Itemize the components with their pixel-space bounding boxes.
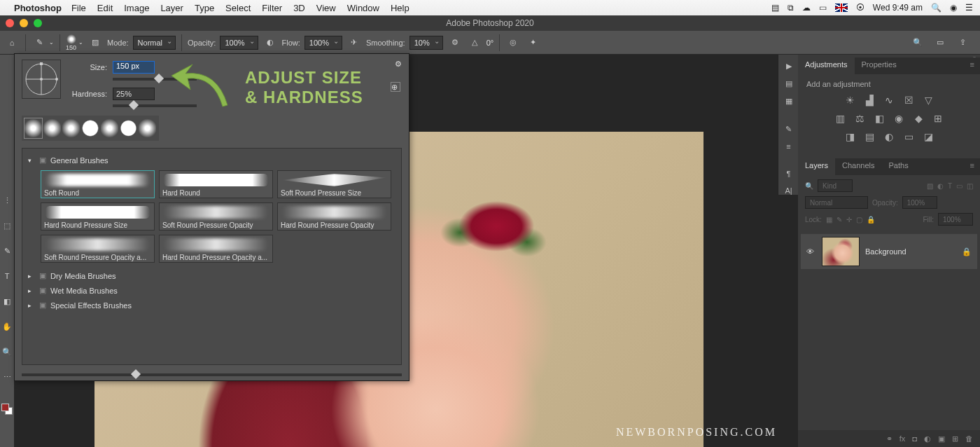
brush-tool-icon[interactable]: ✎ (31, 35, 47, 50)
hardness-slider[interactable] (113, 104, 197, 107)
filter-adjustment-icon[interactable]: ◐ (937, 182, 944, 190)
curves-icon[interactable]: ∿ (883, 94, 895, 106)
photo-filter-icon[interactable]: ◉ (892, 112, 905, 125)
filter-type-icon[interactable]: T (948, 182, 952, 190)
menu-layer[interactable]: Layer (160, 3, 183, 13)
lock-artboard-icon[interactable]: ▢ (856, 216, 862, 224)
link-layers-icon[interactable]: ⚭ (886, 434, 892, 443)
recent-brush[interactable] (81, 118, 99, 138)
menu-view[interactable]: View (316, 3, 336, 13)
brush-item[interactable]: Soft Round Pressure Opacity a... (41, 235, 155, 263)
folder-sfx[interactable]: ▸▣Special Effects Brushes (27, 298, 397, 312)
tool-icon[interactable]: ✎ (1, 245, 13, 256)
brightness-icon[interactable]: ☀ (844, 94, 856, 106)
minimize-window-button[interactable] (20, 19, 28, 27)
menu-icon[interactable]: ☰ (965, 3, 973, 13)
brush-panel-toggle-icon[interactable]: ▨ (88, 35, 103, 50)
recent-brush[interactable] (120, 118, 137, 138)
filter-smart-icon[interactable]: ◫ (967, 182, 973, 190)
size-input[interactable]: 150 px (113, 61, 155, 74)
pressure-size-icon[interactable]: ◎ (505, 35, 521, 50)
recent-brush[interactable] (43, 118, 61, 138)
threshold-icon[interactable]: ◐ (883, 130, 895, 143)
lock-image-icon[interactable]: ✎ (836, 216, 842, 224)
paragraph-icon[interactable]: ¶ (783, 170, 795, 178)
menu-3d[interactable]: 3D (293, 3, 305, 13)
size-slider[interactable] (113, 78, 197, 81)
brush-chevron-icon[interactable]: ⌄ (78, 39, 83, 46)
new-group-icon[interactable]: ▣ (938, 434, 945, 443)
menu-window[interactable]: Window (347, 3, 379, 13)
folder-dry[interactable]: ▸▣Dry Media Brushes (27, 268, 397, 283)
brush-item[interactable]: Soft Round Pressure Opacity (159, 202, 273, 231)
panel-menu-icon[interactable]: ≡ (965, 158, 980, 175)
airbrush-icon[interactable]: ✈ (346, 35, 362, 50)
tab-properties[interactable]: Properties (855, 57, 904, 74)
menu-edit[interactable]: Edit (97, 3, 113, 13)
layer-style-icon[interactable]: fx (899, 434, 906, 443)
maximize-window-button[interactable] (34, 19, 42, 27)
layer-opacity-input[interactable]: 100% (902, 196, 937, 209)
histogram-icon[interactable]: ▤ (783, 79, 795, 88)
display-icon[interactable]: ▭ (819, 3, 827, 13)
delete-layer-icon[interactable]: 🗑 (965, 434, 973, 443)
filter-shape-icon[interactable]: ▭ (956, 182, 962, 190)
share-icon[interactable]: ⇪ (955, 35, 970, 50)
color-balance-icon[interactable]: ⚖ (853, 112, 866, 125)
tab-paths[interactable]: Paths (882, 158, 916, 175)
tool-icon[interactable]: ⋯ (1, 371, 13, 383)
tool-icon[interactable]: ⬚ (1, 220, 13, 231)
cloud-icon[interactable]: ☁ (802, 3, 811, 13)
menubar-icon[interactable]: ▤ (771, 3, 779, 13)
siri-icon[interactable]: ◉ (950, 3, 957, 13)
search-icon[interactable]: 🔍 (910, 35, 925, 50)
wifi-icon[interactable]: ⦿ (856, 3, 864, 13)
hue-icon[interactable]: ▥ (834, 112, 846, 125)
symmetry-icon[interactable]: ✦ (525, 35, 540, 50)
navigator-icon[interactable]: ▦ (783, 97, 795, 106)
layer-blend-select[interactable]: Normal (805, 196, 868, 209)
selective-color-icon[interactable]: ◪ (922, 130, 934, 143)
channel-mixer-icon[interactable]: ◆ (912, 112, 925, 125)
opacity-input[interactable]: 100% (220, 36, 258, 50)
brush-item[interactable]: Soft Round (41, 170, 155, 198)
hardness-input[interactable]: 25% (113, 88, 155, 100)
zoom-tool-icon[interactable]: 🔍 (1, 346, 13, 357)
lock-all-icon[interactable]: 🔒 (867, 216, 875, 224)
smoothing-gear-icon[interactable]: ⚙ (447, 35, 463, 50)
brush-item[interactable]: Soft Round Pressure Size (277, 170, 391, 198)
menubar-app-name[interactable]: Photoshop (14, 3, 62, 13)
brush-item[interactable]: Hard Round (159, 170, 273, 198)
home-icon[interactable]: ⌂ (4, 35, 20, 50)
tool-icon[interactable]: ◧ (1, 296, 13, 307)
dropbox-icon[interactable]: ⧉ (788, 3, 794, 13)
menu-filter[interactable]: Filter (262, 3, 282, 13)
brush-item[interactable]: Hard Round Pressure Opacity a... (159, 235, 273, 263)
recent-brush[interactable] (139, 118, 156, 138)
color-lookup-icon[interactable]: ⊞ (932, 112, 944, 125)
brush-item[interactable]: Hard Round Pressure Opacity (277, 202, 391, 231)
lock-position-icon[interactable]: ✛ (846, 216, 852, 224)
recent-brush[interactable] (62, 118, 80, 138)
input-flag-icon[interactable] (835, 4, 848, 12)
layer-fill-input[interactable]: 100% (938, 213, 973, 226)
visibility-icon[interactable]: 👁 (806, 247, 816, 256)
tool-icon[interactable]: ✋ (1, 321, 13, 332)
menu-type[interactable]: Type (195, 3, 214, 13)
tool-chevron-icon[interactable]: ⌄ (49, 39, 54, 46)
tool-icon[interactable]: ⋮ (1, 195, 13, 206)
filter-kind-select[interactable]: Kind (818, 179, 853, 192)
menu-file[interactable]: File (71, 3, 86, 13)
tab-channels[interactable]: Channels (835, 158, 881, 175)
search-icon[interactable]: 🔍 (805, 182, 813, 190)
exposure-icon[interactable]: ☒ (902, 94, 915, 106)
close-window-button[interactable] (6, 19, 14, 27)
workspace-icon[interactable]: ▭ (932, 35, 948, 50)
recent-brush[interactable] (24, 118, 42, 138)
folder-wet[interactable]: ▸▣Wet Media Brushes (27, 283, 397, 298)
search-icon[interactable]: 🔍 (931, 3, 941, 13)
brushes-icon[interactable]: ✎ (783, 125, 795, 134)
layer-item[interactable]: 👁 Background 🔒 (801, 234, 977, 269)
opacity-pressure-icon[interactable]: ◐ (262, 35, 278, 50)
blend-mode-select[interactable]: Normal (133, 36, 176, 50)
